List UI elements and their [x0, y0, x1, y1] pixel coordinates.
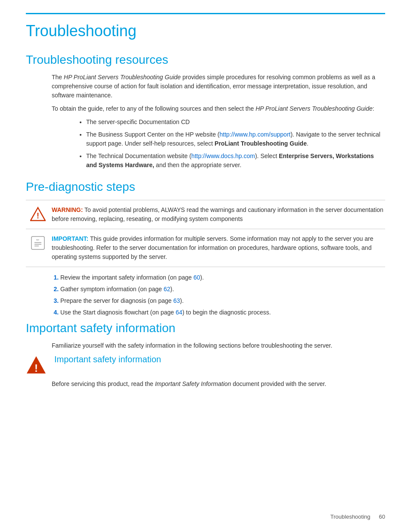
step1-page-link[interactable]: 60: [193, 274, 200, 281]
warning-label: WARNING:: [52, 206, 83, 213]
step2: Gather symptom information (on page 62).: [60, 285, 385, 294]
resources-para2-italic: HP ProLiant Servers Troubleshooting Guid…: [255, 105, 373, 112]
warning-body: To avoid potential problems, ALWAYS read…: [52, 206, 383, 222]
resources-bullet2: The Business Support Center on the HP we…: [86, 130, 385, 148]
step4: Use the Start diagnosis flowchart (on pa…: [60, 308, 385, 317]
resources-bullet3: The Technical Documentation website (htt…: [86, 152, 385, 170]
safety-icon-box: ! Important safety information: [26, 355, 385, 375]
step2-page-link[interactable]: 62: [164, 286, 171, 292]
step3: Prepare the server for diagnosis (on pag…: [60, 296, 385, 305]
svg-text:!: !: [34, 362, 38, 374]
resources-para1: The HP ProLiant Servers Troubleshooting …: [52, 73, 385, 100]
step2-text: Gather symptom information (on page 62).: [60, 286, 174, 292]
important-safety-section: Important safety information Familiarize…: [26, 321, 385, 389]
prediagnostic-steps-list: Review the important safety information …: [60, 273, 385, 317]
step4-text: Use the Start diagnosis flowchart (on pa…: [60, 309, 271, 316]
step1: Review the important safety information …: [60, 273, 385, 282]
important-safety-title: Important safety information: [26, 321, 385, 335]
important-body: This guide provides information for mult…: [52, 235, 373, 260]
important-safety-intro: Familiarize yourself with the safety inf…: [52, 341, 385, 350]
docs-hp-link[interactable]: http://www.docs.hp.com: [191, 152, 255, 159]
safety-subsection: Important safety information: [54, 355, 161, 369]
important-safety-content: Familiarize yourself with the safety inf…: [52, 341, 385, 350]
resources-bullet1: The server-specific Documentation CD: [86, 118, 385, 127]
footer-label: Troubleshooting: [330, 513, 371, 520]
important-text-content: IMPORTANT: This guide provides informati…: [52, 234, 385, 261]
svg-text:!: !: [37, 212, 39, 220]
safety-warning-icon: !: [26, 355, 47, 375]
warning-icon: !: [30, 206, 46, 222]
troubleshooting-resources-section: Troubleshooting resources The HP ProLian…: [26, 53, 385, 170]
footer: Troubleshooting 60: [330, 513, 385, 520]
step3-text: Prepare the server for diagnosis (on pag…: [60, 297, 184, 304]
troubleshooting-resources-content: The HP ProLiant Servers Troubleshooting …: [52, 73, 385, 170]
svg-text:✏: ✏: [36, 238, 40, 242]
resources-para2: To obtain the guide, refer to any of the…: [52, 104, 385, 113]
safety-subsection-title: Important safety information: [54, 355, 161, 364]
troubleshooting-resources-title: Troubleshooting resources: [26, 53, 385, 67]
safety-subsection-content: Before servicing this product, read the …: [52, 380, 385, 389]
top-border: [26, 13, 385, 14]
important-label: IMPORTANT:: [52, 235, 88, 242]
resources-para1-italic: HP ProLiant Servers Troubleshooting Guid…: [64, 74, 181, 81]
warning-box: ! WARNING: To avoid potential problems, …: [26, 200, 385, 229]
resources-bullet-list: The server-specific Documentation CD The…: [86, 118, 385, 170]
safety-para: Before servicing this product, read the …: [52, 380, 385, 389]
important-box: ✏ IMPORTANT: This guide provides informa…: [26, 229, 385, 267]
hp-support-link[interactable]: http://www.hp.com/support: [219, 131, 290, 138]
safety-para-italic: Important Safety Information: [155, 380, 231, 387]
step3-page-link[interactable]: 63: [173, 297, 180, 304]
page-title: Troubleshooting: [26, 22, 385, 40]
step4-page-link[interactable]: 64: [176, 309, 183, 316]
proliant-troubleshooting-bold: ProLiant Troubleshooting Guide: [215, 140, 307, 147]
warning-text-content: WARNING: To avoid potential problems, AL…: [52, 205, 385, 224]
step1-text: Review the important safety information …: [60, 274, 204, 281]
prediagnostic-title: Pre-diagnostic steps: [26, 180, 385, 194]
footer-page: 60: [379, 513, 385, 520]
page: Troubleshooting Troubleshooting resource…: [0, 0, 411, 532]
prediagnostic-section: Pre-diagnostic steps ! WARNING: To avoid…: [26, 180, 385, 317]
important-icon: ✏: [30, 235, 46, 251]
